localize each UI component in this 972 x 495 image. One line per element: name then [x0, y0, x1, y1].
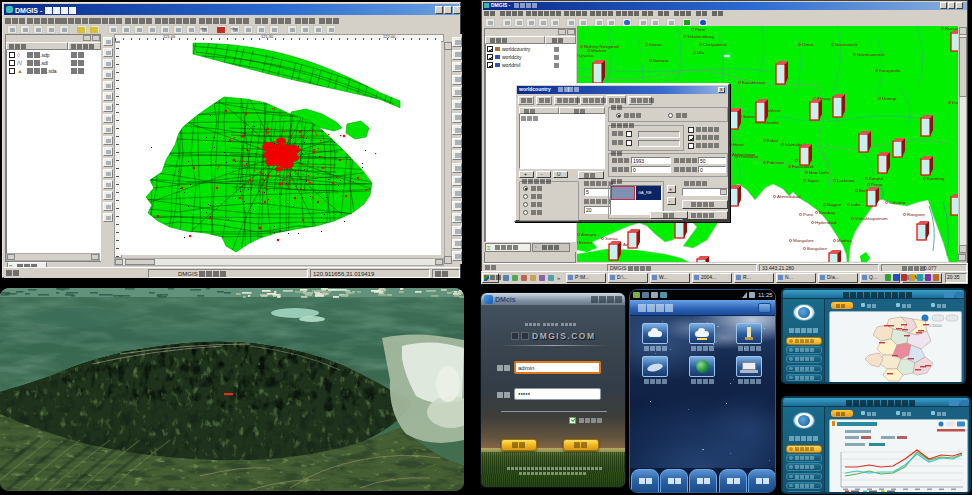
svg-text:Urumqi: Urumqi — [882, 96, 896, 101]
svg-text:1:20000: 1:20000 — [929, 324, 942, 328]
svg-text:Lucknow: Lucknow — [837, 178, 855, 183]
svg-text:Asmara: Asmara — [581, 232, 597, 237]
svg-text:Novosibirsk: Novosibirsk — [835, 42, 858, 47]
svg-text:Chelyabinsk: Chelyabinsk — [703, 42, 728, 47]
svg-text:Eritrea: Eritrea — [579, 240, 592, 245]
svg-text:Bangalore: Bangalore — [807, 246, 828, 251]
svg-text:Gandahar: Gandahar — [739, 154, 759, 159]
svg-text:Rangoon: Rangoon — [907, 212, 925, 217]
svg-text:New Delhi: New Delhi — [809, 170, 829, 175]
svg-text:Ufa: Ufa — [697, 50, 704, 55]
svg-text:Ahmedabad: Ahmedabad — [777, 194, 801, 199]
svg-text:Herat: Herat — [733, 142, 745, 147]
svg-text:Nagpur: Nagpur — [827, 202, 842, 207]
svg-text:Karaganda: Karaganda — [879, 68, 901, 73]
svg-text:Kazakhstan: Kazakhstan — [742, 80, 766, 85]
svg-text:Lhasa: Lhasa — [952, 100, 958, 105]
svg-text:Yekaterinburg: Yekaterinburg — [687, 34, 714, 39]
svg-text:Mangalore: Mangalore — [793, 238, 814, 243]
svg-text:Kanpur: Kanpur — [869, 176, 884, 181]
svg-text:Vishakhapatnam: Vishakhapatnam — [855, 216, 888, 221]
svg-text:Pune: Pune — [803, 212, 814, 217]
svg-text:Omsk: Omsk — [802, 42, 814, 47]
svg-text:Calcutta: Calcutta — [889, 200, 906, 205]
svg-text:Hyderabad: Hyderabad — [815, 220, 837, 225]
svg-text:Pakistan: Pakistan — [767, 160, 784, 165]
svg-text:India: India — [851, 202, 861, 207]
svg-text:Kunming: Kunming — [927, 176, 945, 181]
svg-text:Kabul: Kabul — [767, 138, 778, 143]
svg-text:Qrusha: Qrusha — [579, 53, 594, 58]
svg-text:Novokuznetsk: Novokuznetsk — [857, 52, 885, 57]
svg-text:Kazan': Kazan' — [649, 42, 662, 47]
svg-text:Sanaa: Sanaa — [605, 236, 618, 241]
svg-text:Madras: Madras — [837, 238, 852, 243]
svg-text:Bombay: Bombay — [819, 210, 836, 215]
svg-text:Moskva: Moskva — [591, 48, 607, 53]
svg-text:Samara: Samara — [653, 58, 669, 63]
svg-text:Jaipur: Jaipur — [807, 178, 819, 183]
svg-text:Perm': Perm' — [695, 27, 706, 32]
